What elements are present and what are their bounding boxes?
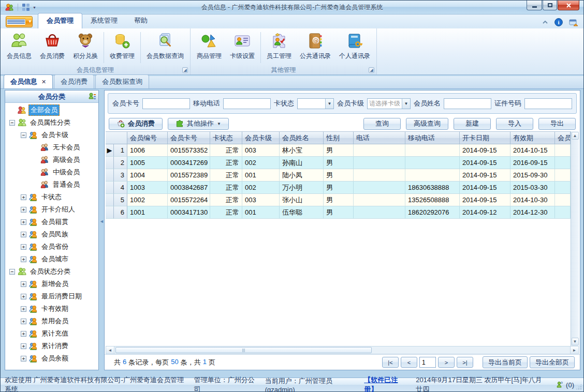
tree-node-15[interactable]: +最后消费日期 xyxy=(5,290,98,303)
import-button[interactable]: 导入 xyxy=(496,118,533,130)
tree-node-label[interactable]: 会员城市 xyxy=(40,254,70,264)
close-tab-icon[interactable]: ✕ xyxy=(41,79,46,85)
tree-node-label[interactable]: 会员卡级 xyxy=(40,130,70,140)
expand-icon[interactable]: + xyxy=(21,343,26,349)
scroll-down-icon[interactable]: ▼ xyxy=(572,338,579,345)
filter-input-5[interactable] xyxy=(524,98,572,109)
column-header-6[interactable]: 电话 xyxy=(354,132,405,144)
tree-node-label[interactable]: 卡有效期 xyxy=(40,304,70,314)
tree-node-label[interactable]: 全部会员 xyxy=(28,104,60,116)
ribbon-button-basket[interactable]: 会员消费 xyxy=(36,30,69,65)
tree-node-label[interactable]: 无卡会员 xyxy=(51,142,81,153)
dropdown-arrow-icon[interactable]: ▼ xyxy=(325,99,333,109)
splitter[interactable]: ◄ xyxy=(99,90,104,370)
tree-node-label[interactable]: 会员状态分类 xyxy=(28,266,72,277)
tree-node-7[interactable]: +卡状态 xyxy=(5,191,98,203)
last-page-button[interactable]: >| xyxy=(457,357,473,368)
tree-node-label[interactable]: 会员民族 xyxy=(40,229,70,239)
tree-node-13[interactable]: −会员状态分类 xyxy=(5,265,98,278)
toolbar-button-other-actions[interactable]: 其他操作▼ xyxy=(168,118,229,130)
info-icon[interactable]: i xyxy=(554,18,563,26)
tree-node-16[interactable]: +卡有效期 xyxy=(5,303,98,315)
dialog-launcher-icon[interactable]: ◢ xyxy=(182,67,188,73)
category-settings-icon[interactable] xyxy=(88,92,96,100)
tree-node-label[interactable]: 普通会员 xyxy=(51,179,81,190)
query-button[interactable]: 查询 xyxy=(363,118,401,130)
filter-select-2[interactable]: ▼ xyxy=(297,98,334,109)
ribbon-button-teddy[interactable]: 积分兑换 xyxy=(69,30,102,65)
export-all-pages-button[interactable]: 导出全部页 xyxy=(530,356,575,368)
export-button[interactable]: 导出 xyxy=(538,118,576,130)
ribbon-button-members[interactable]: 会员信息 xyxy=(3,30,36,65)
doc-tab-2[interactable]: 会员数据查询 xyxy=(95,74,149,88)
tree-node-2[interactable]: −会员卡级 xyxy=(5,129,98,141)
ribbon-tab-1[interactable]: 系统管理 xyxy=(82,13,126,28)
tree-node-label[interactable]: 会员省份 xyxy=(40,242,70,252)
toolbar-button-member-consume[interactable]: 会员消费 xyxy=(109,118,163,130)
layout-grid-icon[interactable] xyxy=(22,3,30,11)
tree-node-label[interactable]: 最后消费日期 xyxy=(40,291,83,301)
table-row[interactable]: 510020015572264正常003张小山男135265088882014-… xyxy=(106,194,571,206)
column-header-4[interactable]: 会员姓名 xyxy=(280,132,324,144)
first-page-button[interactable]: |< xyxy=(382,357,399,368)
tree-node-label[interactable]: 新增会员 xyxy=(40,279,70,289)
minimize-button[interactable] xyxy=(527,1,542,10)
ribbon-button-staff[interactable]: 员工管理 xyxy=(262,30,296,65)
scroll-right-icon[interactable]: ► xyxy=(570,346,578,354)
expand-icon[interactable]: + xyxy=(21,319,26,324)
column-header-0[interactable]: 会员编号 xyxy=(127,132,168,144)
tree-node-label[interactable]: 开卡介绍人 xyxy=(40,204,77,215)
collapse-icon[interactable]: − xyxy=(9,120,15,126)
scroll-up-icon[interactable]: ▲ xyxy=(572,132,579,140)
prev-page-button[interactable]: < xyxy=(401,357,417,368)
tree-node-label[interactable]: 会员籍贯 xyxy=(40,217,70,227)
ribbon-button-docsearch[interactable]: 会员数据查询 xyxy=(142,30,188,65)
tree-node-10[interactable]: +会员民族 xyxy=(5,228,98,240)
tree-node-5[interactable]: 中级会员 xyxy=(5,166,98,178)
tree-node-3[interactable]: 无卡会员 xyxy=(5,141,98,154)
collapse-icon[interactable]: − xyxy=(9,269,15,275)
ribbon-button-coins[interactable]: 收费管理 xyxy=(106,30,139,65)
export-current-page-button[interactable]: 导出当前页 xyxy=(483,356,528,368)
table-row[interactable]: 210050003417269正常002孙南山男2014-09-152016-0… xyxy=(106,157,571,169)
tree-node-12[interactable]: +会员城市 xyxy=(5,253,98,265)
column-header-5[interactable]: 性别 xyxy=(324,132,354,144)
expand-icon[interactable]: + xyxy=(21,294,26,299)
tree-node-19[interactable]: +累计消费 xyxy=(5,340,98,352)
tree-node-label[interactable]: 中级会员 xyxy=(51,167,81,177)
tree-node-11[interactable]: +会员省份 xyxy=(5,240,98,253)
column-header-7[interactable]: 移动电话 xyxy=(405,132,460,144)
close-button[interactable] xyxy=(558,1,579,10)
table-row[interactable]: 410030003842687正常002万小明男186306388882014-… xyxy=(106,182,571,194)
filter-input-4[interactable] xyxy=(444,98,491,109)
tree-node-label[interactable]: 卡状态 xyxy=(40,192,63,202)
expand-icon[interactable]: + xyxy=(21,356,26,361)
tree-node-0[interactable]: 全部会员 xyxy=(5,104,98,116)
column-header-9[interactable]: 有效期 xyxy=(510,132,555,144)
ribbon-button-addressbook[interactable]: @公共通讯录 xyxy=(296,30,335,65)
expand-icon[interactable]: + xyxy=(21,219,26,225)
scroll-left-icon[interactable]: ◄ xyxy=(106,346,114,354)
tree-node-1[interactable]: −会员属性分类 xyxy=(5,116,98,129)
resize-grip[interactable] xyxy=(576,384,582,390)
qat-dropdown-icon[interactable]: ▼ xyxy=(33,6,36,9)
tree-node-9[interactable]: +会员籍贯 xyxy=(5,216,98,228)
tree-node-8[interactable]: +开卡介绍人 xyxy=(5,203,98,216)
ribbon-button-card[interactable]: 卡级设置 xyxy=(226,30,259,65)
expand-icon[interactable]: + xyxy=(21,194,26,200)
ribbon-tab-0[interactable]: 会员管理 xyxy=(38,13,82,28)
tree-node-20[interactable]: +会员余额 xyxy=(5,352,98,365)
table-row[interactable]: 310040015572389正常001陆小凤男2014-09-152015-0… xyxy=(106,169,571,182)
application-menu-button[interactable]: ▼ xyxy=(6,16,33,27)
expand-icon[interactable]: + xyxy=(21,232,26,237)
ribbon-button-shapes[interactable]: 商品管理 xyxy=(193,30,226,65)
expand-icon[interactable]: + xyxy=(21,331,26,337)
new-button[interactable]: 新建 xyxy=(454,118,491,130)
horizontal-scrollbar[interactable]: ◄ ► xyxy=(106,346,579,354)
expand-icon[interactable]: + xyxy=(21,207,26,213)
dialog-launcher-icon[interactable]: ◢ xyxy=(369,67,374,73)
column-header-1[interactable]: 会员卡号 xyxy=(168,132,210,144)
filter-input-1[interactable] xyxy=(223,98,271,109)
tree-node-label[interactable]: 高级会员 xyxy=(51,155,81,165)
page-number-input[interactable] xyxy=(419,357,436,368)
